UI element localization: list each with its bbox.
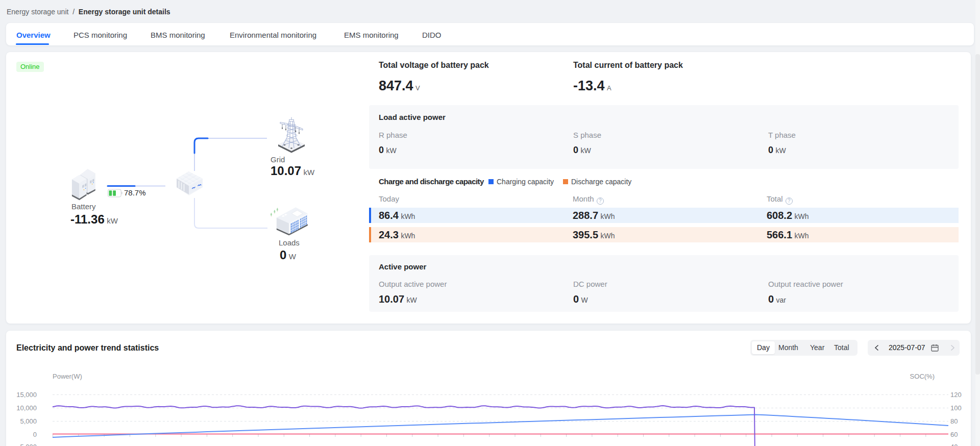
svg-text:-5,000: -5,000 [18, 443, 37, 446]
svg-text:5,000: 5,000 [20, 417, 37, 425]
svg-text:SOC(%): SOC(%) [910, 373, 935, 380]
svg-text:Power(W): Power(W) [53, 373, 82, 380]
svg-text:60: 60 [950, 431, 958, 438]
svg-text:120: 120 [950, 391, 962, 399]
svg-text:100: 100 [950, 404, 962, 412]
svg-text:40: 40 [950, 443, 958, 446]
svg-text:80: 80 [950, 417, 958, 425]
svg-text:15,000: 15,000 [16, 391, 37, 399]
svg-text:10,000: 10,000 [16, 404, 37, 412]
svg-text:0: 0 [33, 431, 37, 438]
